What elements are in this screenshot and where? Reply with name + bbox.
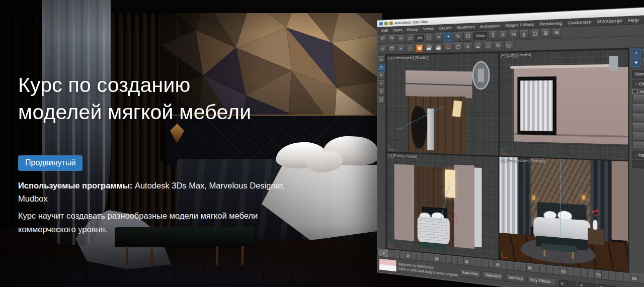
- manage-layers-icon[interactable]: [473, 42, 482, 51]
- coord-x-field[interactable]: X:: [559, 279, 577, 287]
- docked-tool-icon[interactable]: [378, 72, 385, 79]
- auto-key-button[interactable]: Auto Key: [459, 268, 480, 278]
- align-icon[interactable]: [541, 29, 550, 38]
- tick-label: 50: [528, 264, 532, 272]
- snaps-toggle-icon[interactable]: [488, 31, 497, 40]
- menu-edit[interactable]: Edit: [379, 28, 390, 33]
- menu-views[interactable]: Views: [421, 26, 437, 31]
- course-hero: Курс по созданию моделей мягкой мебели П…: [0, 0, 644, 287]
- viewport-front[interactable]: [+] [Front] [Shaded]: [387, 152, 499, 259]
- render-production-icon[interactable]: [425, 44, 433, 52]
- unlink-selection-icon[interactable]: [406, 34, 414, 43]
- named-selection-sets-icon[interactable]: [519, 30, 529, 39]
- angle-snap-icon[interactable]: [499, 30, 508, 39]
- modify-tab-icon[interactable]: [641, 49, 644, 57]
- render-setup-icon[interactable]: [406, 44, 414, 53]
- key-filters-button[interactable]: Key Filters...: [527, 276, 557, 287]
- menu-tools[interactable]: Tools: [391, 27, 405, 32]
- vase-shaded: [593, 220, 597, 230]
- zoom-extents-icon[interactable]: [504, 41, 513, 50]
- level-badge[interactable]: Продвинутый: [18, 155, 83, 171]
- primitive-category-dropdown[interactable]: Standard Primitives ▾: [632, 69, 644, 78]
- render-warning-icon[interactable]: [484, 42, 493, 51]
- menu-help[interactable]: Help: [625, 17, 642, 23]
- isolate-selection-icon[interactable]: [453, 43, 462, 51]
- docked-tool-icon[interactable]: [378, 80, 385, 87]
- textplus-button[interactable]: TextPlus: [632, 142, 644, 151]
- scene-explorer-icon[interactable]: [463, 42, 472, 51]
- nightstand-shaded: [588, 228, 604, 245]
- sphere-button[interactable]: Sphere: [632, 104, 644, 113]
- toggle-ribbon-icon[interactable]: [444, 43, 452, 52]
- layer-manager-icon[interactable]: [552, 28, 562, 38]
- menu-modifiers[interactable]: Modifiers: [455, 24, 477, 30]
- viewport-perspective[interactable]: [+] [Perspective] [Shaded]: [500, 156, 628, 271]
- select-and-scale-icon[interactable]: [463, 32, 472, 41]
- arc-rotate-icon[interactable]: [494, 41, 503, 50]
- select-by-name-icon[interactable]: [434, 33, 443, 41]
- select-and-link-icon[interactable]: [397, 34, 405, 43]
- curtain-mesh: [474, 168, 481, 247]
- teapot-button[interactable]: Teapot: [632, 132, 644, 141]
- select-and-move-icon[interactable]: [444, 33, 452, 41]
- viewport-orthographic[interactable]: [+] [Orthographic] [Shaded]: [387, 53, 499, 155]
- coord-z-field[interactable]: Z:: [598, 284, 616, 287]
- tick-label: 30: [465, 258, 469, 265]
- render-iterative-icon[interactable]: [434, 43, 443, 52]
- menu-rendering[interactable]: Rendering: [537, 20, 565, 26]
- undo-icon[interactable]: [379, 35, 387, 44]
- material-editor-icon[interactable]: [397, 45, 405, 53]
- viewport-left[interactable]: [+] [Left] [Shaded]: [500, 49, 628, 160]
- bench-leg-shaded: [572, 252, 574, 259]
- set-key-button[interactable]: Set Key: [506, 273, 526, 284]
- window-title: Autodesk 3ds Max: [394, 19, 428, 25]
- menu-animation[interactable]: Animation: [477, 23, 502, 29]
- box-button[interactable]: Box: [632, 95, 644, 104]
- viewport-label[interactable]: [+] [Left] [Shaded]: [501, 53, 531, 57]
- menu-maxscript[interactable]: MAXScript: [595, 18, 624, 24]
- command-panel-tabs: + ⌂ ◉ ▦ ⚒: [630, 46, 644, 58]
- viewport-label[interactable]: [+] [Orthographic] [Shaded]: [388, 55, 429, 60]
- menu-graph-editors[interactable]: Graph Editors: [503, 22, 536, 28]
- select-and-rotate-icon[interactable]: [454, 32, 462, 41]
- undo-quick-icon[interactable]: [389, 21, 393, 25]
- listener-script-line[interactable]: [379, 264, 396, 271]
- geometry-category-icon[interactable]: ●: [631, 58, 641, 67]
- menu-customize[interactable]: Customize: [566, 19, 594, 26]
- docked-tool-icon[interactable]: [378, 97, 385, 104]
- curve-editor-icon[interactable]: [379, 45, 387, 54]
- docked-tool-icon[interactable]: [378, 88, 385, 95]
- wall-panel-mesh: [454, 165, 474, 249]
- active-layout-icon[interactable]: [378, 64, 385, 71]
- time-slider[interactable]: 0: [379, 249, 388, 257]
- redo-icon[interactable]: [388, 35, 396, 43]
- reference-coordinate-dropdown[interactable]: View: [473, 32, 487, 40]
- title-line-1: Курс по созданию: [18, 73, 190, 97]
- selection-filter-dropdown[interactable]: All: [415, 34, 424, 42]
- fabric-tag-mesh: [452, 101, 462, 117]
- viewport-label[interactable]: [+] [Front] [Shaded]: [388, 153, 417, 158]
- menu-create[interactable]: Create: [437, 25, 454, 31]
- shapes-category-icon[interactable]: ◠: [641, 58, 644, 67]
- viewport-layout-tab-icon[interactable]: [378, 56, 385, 63]
- rendered-frame-window-icon[interactable]: [415, 44, 424, 52]
- autogrid-checkbox[interactable]: [632, 89, 638, 93]
- cylinder-button[interactable]: Cylinder: [632, 114, 644, 122]
- object-type-rollout[interactable]: − Object Type: [632, 79, 644, 88]
- coord-y-field[interactable]: Y:: [578, 281, 596, 287]
- selected-dropdown[interactable]: Selected: [482, 271, 504, 281]
- tick-label: 70: [596, 271, 601, 279]
- create-tab-icon[interactable]: +: [631, 49, 641, 57]
- schematic-view-icon[interactable]: [388, 45, 396, 53]
- object-name-field[interactable]: [632, 160, 644, 171]
- maxscript-mini-listener[interactable]: [379, 258, 397, 272]
- box-helper-mesh: [609, 56, 618, 71]
- save-icon[interactable]: [384, 22, 388, 25]
- select-object-icon[interactable]: [425, 33, 433, 42]
- mirror-icon[interactable]: [530, 29, 540, 38]
- tick-label: 80: [632, 274, 637, 282]
- torus-button[interactable]: Torus: [632, 123, 644, 132]
- percent-snap-icon[interactable]: [509, 30, 519, 39]
- menu-group[interactable]: Group: [405, 27, 420, 32]
- axis-tripod: [502, 147, 509, 153]
